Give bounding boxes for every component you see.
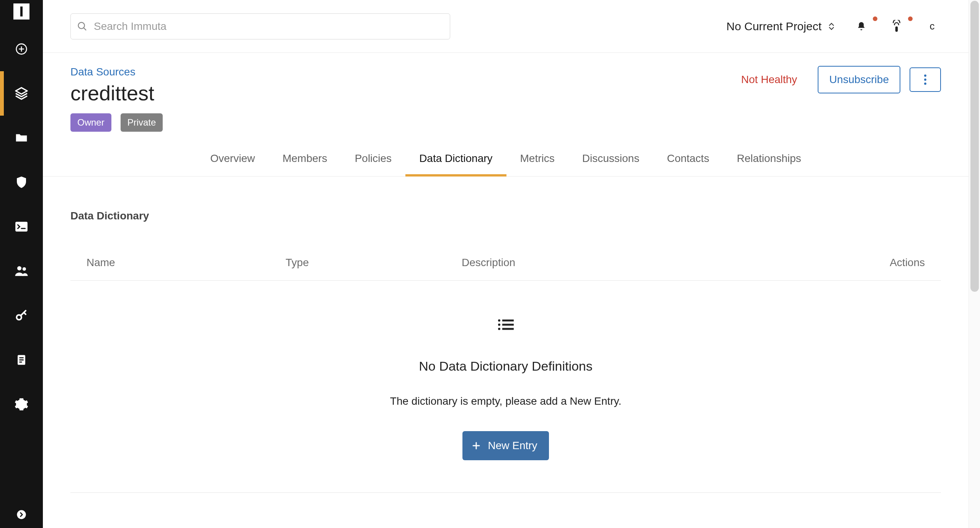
list-icon [498,319,514,332]
avatar-initial: c [930,20,935,32]
avatar[interactable]: c [923,18,941,35]
chip-private: Private [121,113,163,132]
section-title: Data Dictionary [70,210,941,222]
svg-rect-17 [502,328,514,330]
column-description: Description [462,257,864,269]
shield-icon [15,175,28,189]
svg-point-6 [17,510,26,519]
app-logo[interactable] [0,0,43,23]
svg-point-14 [498,324,500,326]
svg-point-10 [924,78,926,81]
project-selector[interactable]: No Current Project [727,20,835,33]
topbar: No Current Project c [43,0,969,53]
status-badge: Not Healthy [741,74,797,86]
search-icon [71,21,94,32]
bell-icon [856,21,867,32]
sidebar-item-data[interactable] [0,71,43,116]
sidebar-item-add[interactable] [0,27,43,71]
sidebar-collapse[interactable] [0,501,43,528]
empty-state: No Data Dictionary Definitions The dicti… [70,281,941,460]
svg-rect-15 [502,324,514,326]
notification-badge [873,16,877,21]
new-entry-button[interactable]: New Entry [462,431,549,460]
sidebar-item-reports[interactable] [0,338,43,382]
window-scrollbar[interactable] [969,0,980,528]
unsubscribe-button[interactable]: Unsubscribe [818,66,900,93]
sidebar [0,0,43,528]
more-actions-button[interactable] [910,67,941,92]
page-title: credittest [70,81,163,105]
chip-owner: Owner [70,113,111,132]
search-box[interactable] [70,13,450,39]
svg-point-16 [498,328,500,330]
search-input[interactable] [94,14,450,39]
svg-rect-8 [895,26,898,32]
svg-point-2 [17,266,21,270]
arrow-right-circle-icon [16,509,27,520]
key-icon [14,308,29,323]
svg-point-11 [924,83,926,85]
svg-point-3 [23,267,26,271]
gear-icon [14,397,29,412]
new-entry-label: New Entry [488,440,537,452]
plus-icon [472,441,481,450]
table-header: Name Type Description Actions [70,245,941,281]
main-content: Data Dictionary Name Type Description Ac… [43,172,969,528]
sidebar-item-policies[interactable] [0,160,43,204]
sidebar-item-projects[interactable] [0,116,43,160]
project-selector-label: No Current Project [727,20,822,33]
connections-button[interactable] [888,18,905,35]
users-icon [13,263,30,280]
empty-heading: No Data Dictionary Definitions [419,359,593,374]
section-divider [70,492,941,493]
layers-icon [14,86,29,101]
scrollbar-thumb[interactable] [970,1,979,292]
breadcrumb[interactable]: Data Sources [70,66,136,78]
plus-circle-icon [15,43,28,55]
empty-body: The dictionary is empty, please add a Ne… [390,395,621,407]
more-vertical-icon [924,74,927,85]
column-type: Type [286,257,462,269]
column-actions: Actions [864,257,925,269]
terminal-icon [14,219,29,234]
svg-point-12 [498,319,500,322]
note-icon [15,353,28,366]
connection-badge [908,16,913,21]
notifications-button[interactable] [853,18,870,35]
sidebar-item-console[interactable] [0,204,43,249]
svg-rect-13 [502,320,514,322]
svg-rect-1 [15,222,28,231]
folder-icon [14,131,29,145]
chevron-updown-icon [828,23,835,30]
column-name: Name [87,257,286,269]
sidebar-item-users[interactable] [0,249,43,293]
sidebar-item-keys[interactable] [0,293,43,338]
connection-icon [892,20,902,33]
page-header: Data Sources credittest Owner Private No… [43,53,969,177]
sidebar-item-settings[interactable] [0,382,43,427]
svg-point-9 [924,75,926,77]
